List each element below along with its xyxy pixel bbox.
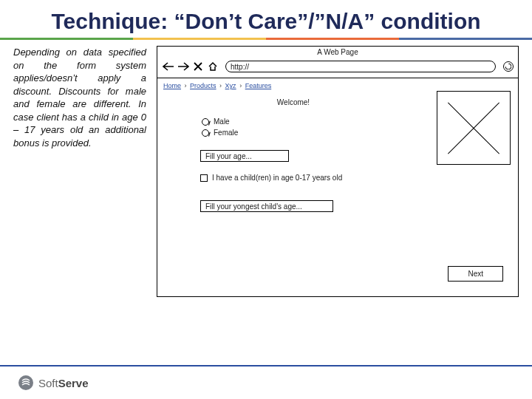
toolbar-separator bbox=[157, 78, 518, 78]
window-title: A Web Page bbox=[157, 48, 518, 56]
footer: SoftServe bbox=[0, 365, 532, 399]
crumb-xyz[interactable]: Xyz bbox=[225, 82, 236, 89]
url-value: http:// bbox=[231, 63, 249, 71]
svg-point-0 bbox=[18, 375, 33, 390]
breadcrumb: Home › Products › Xyz › Features bbox=[163, 82, 271, 89]
radio-female[interactable] bbox=[202, 129, 209, 137]
age-input[interactable]: Fill your age... bbox=[200, 150, 289, 162]
radio-male[interactable] bbox=[202, 118, 209, 126]
chevron-right-icon: › bbox=[185, 82, 187, 89]
age-placeholder: Fill your age... bbox=[205, 152, 252, 160]
radio-male-label: Male bbox=[214, 117, 230, 126]
child-age-input[interactable]: Fill your yongest child's age... bbox=[200, 200, 333, 212]
back-icon[interactable] bbox=[162, 61, 175, 72]
chevron-right-icon: › bbox=[239, 82, 242, 89]
forward-icon[interactable] bbox=[177, 61, 190, 72]
next-button[interactable]: Next bbox=[448, 266, 503, 282]
child-checkbox-label: I have a child(ren) in age 0-17 years ol… bbox=[212, 174, 342, 183]
close-icon[interactable] bbox=[191, 61, 205, 72]
brand-logo-icon bbox=[18, 375, 34, 391]
chevron-right-icon: › bbox=[219, 82, 222, 89]
crumb-products[interactable]: Products bbox=[190, 82, 216, 89]
next-button-label: Next bbox=[468, 270, 483, 278]
slide-title: Technique: “Don’t Care”/”N/A” condition bbox=[0, 0, 532, 38]
accent-stripe bbox=[0, 38, 532, 40]
loading-icon bbox=[503, 61, 514, 72]
brand-bold: Serve bbox=[58, 377, 89, 389]
image-placeholder-icon bbox=[437, 91, 511, 165]
crumb-home[interactable]: Home bbox=[163, 82, 181, 89]
child-age-placeholder: Fill your yongest child's age... bbox=[205, 202, 302, 211]
home-icon[interactable] bbox=[206, 61, 219, 72]
url-input[interactable]: http:// bbox=[225, 61, 496, 72]
wireframe-browser: A Web Page http:// Home › bbox=[157, 46, 519, 297]
crumb-features[interactable]: Features bbox=[245, 82, 272, 89]
radio-female-label: Female bbox=[214, 129, 238, 137]
welcome-heading: Welcome! bbox=[157, 98, 429, 106]
title-part-1: Technique: bbox=[51, 9, 174, 33]
browser-toolbar: http:// bbox=[162, 58, 514, 75]
child-checkbox[interactable] bbox=[200, 174, 208, 182]
title-part-2: “Don’t Care”/”N/A” condition bbox=[174, 9, 481, 33]
gender-radios: Male Female bbox=[202, 117, 238, 140]
description-text: Depending on data specified on the form … bbox=[13, 46, 146, 297]
brand-text: SoftServe bbox=[38, 377, 89, 389]
brand-normal: Soft bbox=[38, 377, 58, 389]
